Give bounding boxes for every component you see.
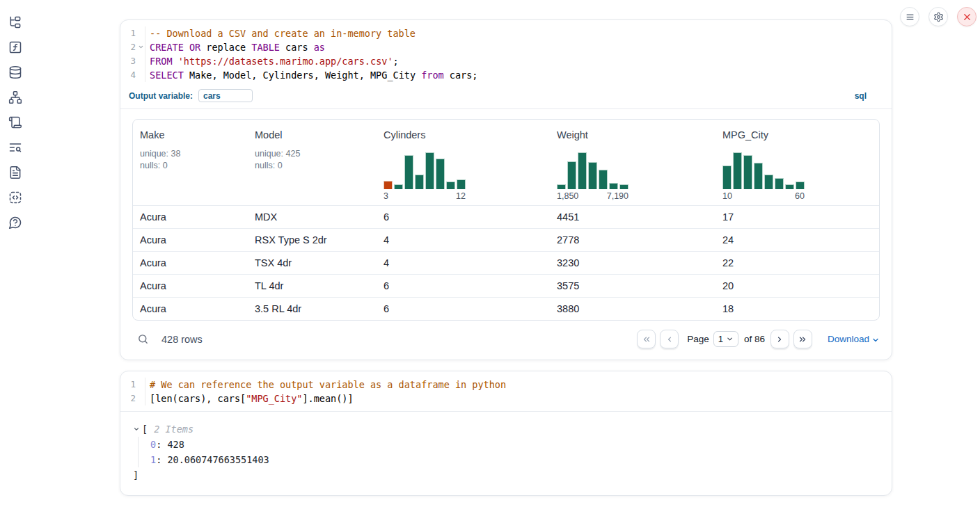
fold-chevron-icon[interactable]	[138, 44, 144, 50]
histogram-bar[interactable]	[733, 152, 742, 189]
column-histogram: 1060	[722, 150, 805, 201]
histogram-bar[interactable]	[775, 178, 784, 189]
histogram-axis-label: 60	[795, 191, 805, 201]
code-line: 4SELECT Make, Model, Cylinders, Weight, …	[120, 68, 892, 82]
file-explorer-icon[interactable]	[8, 15, 22, 29]
page-select[interactable]: 1	[713, 331, 738, 347]
tree-root[interactable]: [ 2 Items	[133, 421, 879, 437]
line-number: 2	[120, 392, 145, 405]
variables-icon[interactable]	[8, 40, 22, 54]
dependencies-icon[interactable]	[8, 90, 22, 104]
histogram-bar[interactable]	[588, 162, 597, 189]
table-cell: 2778	[554, 234, 720, 246]
tree-entry: 1: 20.060747663551403	[150, 452, 879, 467]
column-header-cylinders[interactable]: Cylinders312	[381, 120, 554, 205]
entry-value: 428	[167, 439, 184, 450]
code-line: 2[len(cars), cars["MPG_City"].mean()]	[120, 392, 892, 405]
documentation-icon[interactable]	[8, 166, 22, 179]
snippets-icon[interactable]	[8, 191, 22, 204]
histogram-bar[interactable]	[785, 184, 794, 189]
histogram-axis-label: 7,190	[607, 191, 629, 201]
table-row[interactable]: AcuraMDX6445117	[133, 205, 879, 228]
column-header-model[interactable]: Modelunique: 425nulls: 0	[252, 120, 381, 205]
datasources-icon[interactable]	[8, 65, 22, 79]
column-name[interactable]: Model	[255, 129, 378, 140]
python-cell-output: [ 2 Items 0: 4281: 20.060747663551403 ]	[120, 412, 892, 495]
column-header-mpg_city[interactable]: MPG_City1060	[720, 120, 875, 205]
histogram-bar[interactable]	[415, 175, 424, 189]
column-header-make[interactable]: Makeunique: 38nulls: 0	[137, 120, 252, 205]
output-variable-input[interactable]	[198, 89, 253, 102]
rows-count: 428 rows	[161, 334, 203, 345]
table-cell: 6	[381, 280, 554, 291]
help-icon[interactable]	[8, 216, 22, 230]
column-name[interactable]: Make	[140, 129, 249, 140]
items-count-label: 2 Items	[154, 421, 193, 437]
histogram-bar[interactable]	[722, 166, 732, 189]
histogram-bar[interactable]	[567, 161, 576, 189]
table-body: AcuraMDX6445117AcuraRSX Type S 2dr427782…	[133, 205, 879, 320]
histogram-bar[interactable]	[609, 183, 618, 189]
notebook-menu-button[interactable]	[900, 7, 919, 26]
table-row[interactable]: AcuraTSX 4dr4323022	[133, 251, 879, 274]
histogram-bar[interactable]	[578, 152, 587, 189]
histogram-bar[interactable]	[619, 184, 629, 189]
table-row[interactable]: AcuraTL 4dr6357520	[133, 274, 879, 297]
python-code-editor[interactable]: 1# We can reference the output variable …	[120, 371, 892, 412]
table-row[interactable]: Acura3.5 RL 4dr6388018	[133, 297, 879, 320]
chevrons-right-icon	[798, 335, 807, 344]
chevron-down-icon	[726, 335, 734, 343]
page-total: of 86	[744, 334, 765, 344]
column-name[interactable]: Weight	[557, 129, 717, 140]
table-cell: TL 4dr	[252, 280, 381, 291]
shutdown-button[interactable]	[957, 7, 977, 26]
settings-button[interactable]	[928, 7, 948, 26]
code-line: 3FROM 'https://datasets.marimo.app/cars.…	[120, 54, 892, 68]
first-page-button[interactable]	[637, 330, 656, 348]
topbar-actions	[900, 7, 977, 26]
download-button[interactable]: Download	[828, 334, 880, 344]
column-histogram: 1,8507,190	[557, 150, 629, 201]
histogram-bar[interactable]	[796, 182, 805, 189]
line-number: 1	[120, 26, 145, 40]
entry-index: 0	[150, 439, 156, 450]
next-page-button[interactable]	[770, 330, 789, 348]
histogram-bar[interactable]	[436, 159, 445, 189]
histogram-bar[interactable]	[557, 184, 566, 189]
histogram-bar[interactable]	[446, 182, 455, 189]
column-name[interactable]: MPG_City	[722, 129, 872, 140]
table-cell: 6	[381, 211, 554, 223]
page-label: Page	[687, 334, 709, 344]
download-label: Download	[828, 334, 869, 344]
open-bracket: [	[142, 421, 148, 437]
column-header-weight[interactable]: Weight1,8507,190	[554, 120, 720, 205]
histogram-bar[interactable]	[457, 179, 466, 189]
histogram-bar[interactable]	[425, 152, 434, 189]
scratchpad-icon[interactable]	[8, 115, 22, 129]
table-row[interactable]: AcuraRSX Type S 2dr4277824	[133, 228, 879, 251]
table-cell: 3880	[554, 303, 720, 314]
sql-code-editor[interactable]: 1-- Download a CSV and create an in-memo…	[120, 20, 892, 86]
table-cell: Acura	[137, 211, 252, 223]
histogram-bar[interactable]	[743, 155, 752, 189]
chevron-right-icon	[775, 335, 784, 344]
histogram-bar[interactable]	[599, 170, 608, 189]
last-page-button[interactable]	[793, 330, 812, 348]
histogram-bar[interactable]	[404, 155, 413, 189]
column-stats: unique: 425nulls: 0	[255, 148, 378, 172]
left-panel-toolbar	[0, 0, 31, 230]
table-cell: 3.5 RL 4dr	[252, 303, 381, 314]
logs-icon[interactable]	[8, 140, 22, 154]
histogram-bar[interactable]	[394, 184, 403, 189]
table-cell: RSX Type S 2dr	[252, 234, 381, 246]
histogram-bar[interactable]	[764, 175, 773, 189]
histogram-bar[interactable]	[384, 181, 393, 189]
gear-icon	[933, 12, 944, 22]
histogram-bar[interactable]	[754, 163, 763, 189]
column-name[interactable]: Cylinders	[384, 129, 551, 140]
table-search-button[interactable]	[137, 333, 149, 345]
code-text: CREATE OR replace TABLE cars as	[145, 40, 325, 54]
prev-page-button[interactable]	[660, 330, 679, 348]
chevron-down-icon[interactable]	[133, 426, 140, 433]
sql-cell-output: Makeunique: 38nulls: 0Modelunique: 425nu…	[120, 109, 892, 360]
